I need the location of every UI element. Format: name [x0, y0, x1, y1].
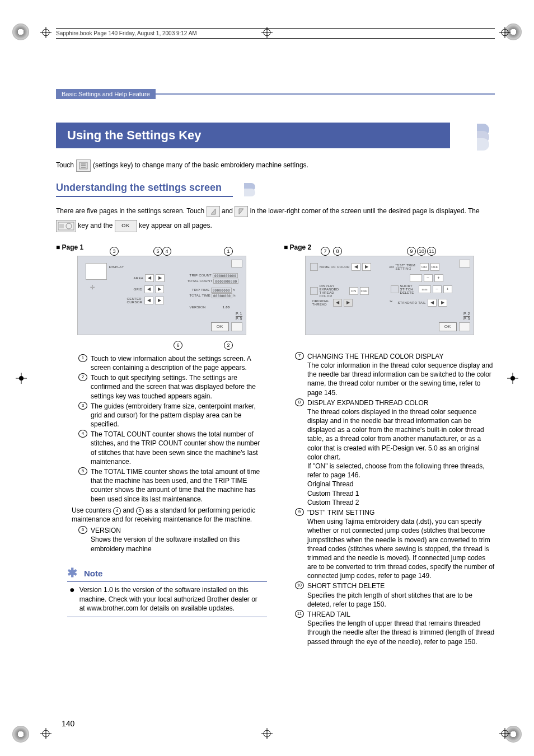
page2-label: Page 2 [284, 243, 495, 251]
callout-5: 5 [153, 247, 162, 256]
note-text: Version 1.0 is the version of the softwa… [79, 585, 265, 613]
item-text: When using Tajima embroidery data (.dst)… [307, 518, 494, 580]
item-head: SHORT STITCH DELETE [307, 582, 385, 590]
binder-ring-icon [12, 726, 29, 743]
crop-mark-icon [499, 27, 510, 38]
scissors-icon: ✂ [390, 299, 396, 306]
note-box: Note ● Version 1.0 is the version of the… [67, 564, 267, 617]
on-button[interactable]: ON [349, 287, 358, 295]
trip-time-value: 00000000 [211, 288, 232, 293]
center-cursor-label: CENTER CURSOR [127, 297, 143, 304]
list-item: 9 "DST" TRIM SETTINGWhen using Tajima em… [295, 508, 495, 581]
thread-option: Original Thread [307, 480, 354, 488]
item-text: The color information in the thread colo… [307, 361, 493, 397]
arrow-left-button[interactable]: ◀ [428, 299, 437, 307]
bullet-icon: ● [69, 585, 75, 613]
crop-mark-icon [507, 373, 518, 384]
display-label: DISPLAY [109, 265, 124, 269]
decorative-arcs [233, 184, 255, 195]
arrow-left-button[interactable]: ◀ [144, 285, 153, 293]
svg-marker-29 [239, 209, 243, 214]
off-button[interactable]: OFF [430, 263, 439, 271]
callout-list: 1Touch to view information about the set… [78, 354, 267, 504]
original-thread-label: ORIGINAL THREAD [312, 299, 331, 306]
note-heading: Note [67, 567, 267, 582]
preview-box [86, 263, 107, 280]
item-head: VERSION [91, 527, 121, 534]
binder-ring-icon [12, 24, 29, 40]
use-counters-para: Use counters 4 and 5 as a standard for p… [72, 506, 267, 524]
callout-10: 10 [417, 247, 426, 256]
title-bar: Using the Settings Key [56, 123, 495, 148]
list-item: 2Touch to quit specifying settings. The … [78, 373, 267, 401]
chapter-heading: Basic Settings and Help Feature [56, 89, 495, 99]
thread-option: Custom Thread 1 [307, 490, 359, 497]
arrow-left-button[interactable]: ◀ [145, 274, 154, 282]
next-page-button[interactable] [231, 322, 242, 331]
arrow-right-button[interactable]: ▶ [438, 299, 447, 307]
arrow-right-button[interactable]: ▶ [344, 299, 353, 307]
arrow-left-button[interactable]: ◀ [352, 263, 360, 271]
item-text: Specifies the pitch length of short stit… [307, 591, 472, 608]
grid-label: GRID [134, 288, 143, 291]
info-icon[interactable] [231, 260, 242, 267]
section-heading: Understanding the settings screen [56, 182, 233, 197]
arrow-left-button[interactable]: ◀ [333, 299, 342, 307]
dst-trim-label: "DST" TRIM SETTING [396, 264, 418, 270]
ok-button[interactable]: OK [211, 322, 229, 331]
hours-suffix: h [233, 288, 235, 292]
crop-mark-icon [40, 27, 51, 38]
crop-mark-icon [16, 373, 27, 384]
page-number: 140 [62, 719, 74, 728]
callout-list: 7 CHANGING THE THREAD COLOR DISPLAYThe c… [295, 352, 495, 646]
item-text: Specifies the length of upper thread tha… [307, 619, 494, 645]
dst-icon: dst [390, 265, 394, 269]
arrow-right-button[interactable]: ▶ [362, 263, 371, 271]
list-item: 3The guides (embroidery frame size, cent… [78, 402, 267, 429]
hours-suffix: h [233, 294, 236, 297]
name-of-color-label: NAME OF COLOR [320, 265, 350, 269]
next-page-icon [235, 206, 248, 217]
info-icon[interactable] [459, 260, 470, 267]
crosshair-icon: ✢ [90, 284, 95, 290]
info-key-icon [56, 220, 76, 232]
callout-2: 2 [224, 341, 233, 350]
minus-button[interactable]: − [433, 285, 442, 293]
trip-count-value: 0000000000 [213, 273, 238, 278]
item-text: The TOTAL TIME counter shows the total a… [91, 467, 267, 504]
crop-mark-icon [261, 27, 273, 38]
value-display: mm [419, 285, 431, 293]
item-text: The TOTAL COUNT counter shows the total … [91, 430, 267, 466]
callout-3: 3 [110, 247, 119, 256]
value-display [410, 274, 422, 282]
prev-page-icon [207, 206, 220, 217]
plus-button[interactable]: + [434, 274, 443, 282]
ok-key-icon: OK [115, 220, 137, 232]
paragraph: There are five pages in the settings scr… [56, 204, 495, 233]
item-text2: If "ON" is selected, choose from the fol… [307, 462, 485, 479]
off-button[interactable]: OFF [360, 287, 369, 295]
callout-9: 9 [407, 247, 416, 256]
arrow-right-button[interactable]: ▶ [156, 274, 165, 282]
arrow-right-button[interactable]: ▶ [155, 297, 164, 304]
trip-count-label: TRIP COUNT [190, 274, 212, 277]
intro-paragraph: Touch (settings key) to change many of t… [56, 159, 495, 172]
ok-button[interactable]: OK [439, 322, 457, 331]
arrow-left-button[interactable]: ◀ [144, 297, 153, 304]
right-column: Page 2 7 8 9 10 11 NAME OF COLOR ◀ ▶ dst [284, 239, 495, 649]
minus-button[interactable]: − [424, 274, 433, 282]
item-head: CHANGING THE THREAD COLOR DISPLAY [307, 353, 443, 360]
callout-6: 6 [174, 341, 182, 350]
page-indicator: P. 1 P. 5 [236, 312, 242, 321]
arrow-right-button[interactable]: ▶ [155, 285, 164, 293]
on-button[interactable]: ON [420, 263, 429, 271]
total-time-label: TOTAL TIME [190, 294, 210, 297]
text: and [222, 207, 233, 215]
text: key and the [78, 222, 113, 229]
plus-button[interactable]: + [443, 285, 452, 293]
next-page-button[interactable] [459, 322, 470, 331]
thread-option: Custom Thread 2 [307, 499, 359, 506]
item-text: Touch to view information about the sett… [91, 354, 267, 372]
display-expanded-label: DISPLAY EXPANDED THREAD COLOR [320, 284, 348, 298]
settings-screen-page1: DISPLAY ✢ AREA ◀ ▶ GRID ◀ ▶ CENTER CURSO… [77, 256, 246, 335]
